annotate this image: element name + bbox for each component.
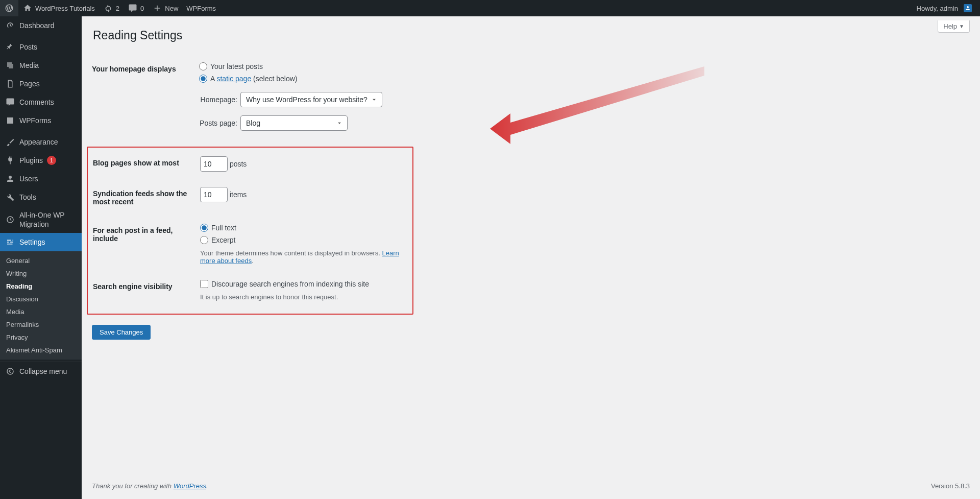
homepage-select-label: Homepage: — [199, 96, 237, 104]
menu-wpforms-label: WPForms — [19, 116, 51, 125]
menu-posts-label: Posts — [19, 43, 37, 51]
menu-tools-label: Tools — [19, 193, 36, 201]
avatar — [964, 4, 972, 12]
syndication-unit: items — [230, 191, 247, 199]
submenu-general[interactable]: General — [0, 254, 82, 267]
submenu-media[interactable]: Media — [0, 305, 82, 318]
menu-plugins-label: Plugins — [19, 156, 43, 164]
collapse-menu[interactable]: Collapse menu — [0, 362, 82, 381]
comments-icon — [5, 97, 15, 107]
user-icon — [5, 174, 15, 184]
menu-appearance[interactable]: Appearance — [0, 132, 82, 151]
comments-menu[interactable]: 0 — [124, 0, 148, 16]
radio-static-page-label: A static page (select below) — [210, 75, 297, 83]
admin-sidebar: Dashboard Posts Media Pages Comments WPF… — [0, 16, 82, 499]
menu-comments[interactable]: Comments — [0, 93, 82, 111]
homepage-select[interactable]: Why use WordPress for your website? — [240, 92, 382, 107]
static-prefix: A — [210, 75, 216, 83]
feed-description: Your theme determines how content is dis… — [200, 249, 407, 265]
radio-full-text-label: Full text — [211, 224, 236, 232]
menu-plugins[interactable]: Plugins 1 — [0, 151, 82, 170]
dashboard-icon — [5, 20, 15, 31]
settings-submenu: General Writing Reading Discussion Media… — [0, 251, 82, 360]
updates-count: 2 — [116, 5, 119, 12]
menu-media-label: Media — [19, 61, 39, 69]
blog-pages-unit: posts — [230, 160, 247, 168]
footer-thank-you: Thank you for creating with WordPress. — [92, 482, 208, 490]
menu-aio-label: All-in-One WP Migration — [19, 210, 78, 229]
search-visibility-label: Search engine visibility — [93, 272, 195, 308]
menu-tools[interactable]: Tools — [0, 188, 82, 206]
collapse-icon — [5, 366, 15, 376]
footer-wordpress-link[interactable]: WordPress — [174, 482, 206, 490]
posts-page-select[interactable]: Blog — [240, 115, 348, 131]
submenu-writing[interactable]: Writing — [0, 267, 82, 280]
menu-users[interactable]: Users — [0, 170, 82, 188]
new-content-menu[interactable]: New — [148, 0, 182, 16]
feed-include-label: For each post in a feed, include — [93, 216, 195, 272]
site-home-link[interactable]: WordPress Tutorials — [18, 0, 99, 16]
menu-dashboard-label: Dashboard — [19, 21, 55, 30]
account-menu[interactable]: Howdy, admin — [913, 0, 976, 16]
blog-pages-input[interactable] — [200, 156, 228, 172]
annotation-highlight-box: Blog pages show at most posts Syndicatio… — [87, 147, 413, 315]
help-tab[interactable]: Help ▼ — [938, 20, 970, 33]
static-suffix: (select below) — [251, 75, 297, 83]
menu-media[interactable]: Media — [0, 56, 82, 75]
radio-full-text[interactable] — [200, 224, 208, 232]
submenu-discussion[interactable]: Discussion — [0, 293, 82, 305]
menu-wpforms[interactable]: WPForms — [0, 111, 82, 130]
menu-pages[interactable]: Pages — [0, 75, 82, 93]
page-icon — [5, 79, 15, 89]
static-page-link[interactable]: static page — [216, 75, 251, 83]
plus-icon — [152, 3, 162, 13]
home-icon — [22, 3, 33, 13]
page-title: Reading Settings — [93, 29, 970, 42]
collapse-label: Collapse menu — [19, 367, 67, 375]
wpforms-toolbar[interactable]: WPForms — [182, 0, 220, 16]
blog-pages-label: Blog pages show at most — [93, 149, 195, 179]
footer-version: Version 5.8.3 — [931, 482, 970, 490]
sliders-icon — [5, 237, 15, 247]
media-icon — [5, 60, 15, 70]
menu-posts[interactable]: Posts — [0, 37, 82, 56]
checkbox-discourage-search[interactable] — [200, 280, 208, 288]
save-changes-button[interactable]: Save Changes — [92, 325, 151, 340]
menu-appearance-label: Appearance — [19, 138, 58, 146]
refresh-icon — [103, 3, 113, 13]
submenu-permalinks[interactable]: Permalinks — [0, 318, 82, 331]
radio-excerpt-label: Excerpt — [211, 236, 235, 244]
submenu-akismet[interactable]: Akismet Anti-Spam — [0, 344, 82, 357]
updates-menu[interactable]: 2 — [99, 0, 124, 16]
wpforms-icon — [5, 115, 15, 126]
brush-icon — [5, 137, 15, 147]
radio-excerpt[interactable] — [200, 236, 208, 244]
howdy-text: Howdy, admin — [917, 5, 958, 12]
menu-settings[interactable]: Settings — [0, 233, 82, 251]
checkbox-discourage-label: Discourage search engines from indexing … — [211, 280, 369, 288]
caret-down-icon: ▼ — [959, 23, 964, 29]
admin-toolbar: WordPress Tutorials 2 0 New WPForms Howd… — [0, 0, 980, 16]
submenu-privacy[interactable]: Privacy — [0, 331, 82, 344]
posts-page-select-label: Posts page: — [199, 119, 237, 127]
radio-latest-posts[interactable] — [199, 62, 207, 70]
footer-text: Thank you for creating with — [92, 482, 174, 490]
wp-logo-menu[interactable] — [0, 0, 18, 16]
submenu-reading[interactable]: Reading — [0, 280, 82, 293]
menu-aio-migration[interactable]: All-in-One WP Migration — [0, 206, 82, 233]
radio-static-page[interactable] — [199, 75, 207, 83]
menu-dashboard[interactable]: Dashboard — [0, 16, 82, 35]
syndication-input[interactable] — [200, 187, 228, 202]
feed-desc-text: Your theme determines how content is dis… — [200, 249, 382, 257]
new-label: New — [165, 5, 178, 12]
menu-comments-label: Comments — [19, 98, 54, 106]
menu-pages-label: Pages — [19, 80, 40, 88]
comment-icon — [128, 3, 138, 13]
search-visibility-desc: It is up to search engines to honor this… — [200, 293, 407, 301]
menu-users-label: Users — [19, 175, 38, 183]
syndication-label: Syndication feeds show the most recent — [93, 179, 195, 216]
plugins-update-badge: 1 — [47, 156, 56, 165]
menu-settings-label: Settings — [19, 238, 45, 246]
plug-icon — [5, 155, 15, 165]
help-label: Help — [943, 22, 957, 30]
